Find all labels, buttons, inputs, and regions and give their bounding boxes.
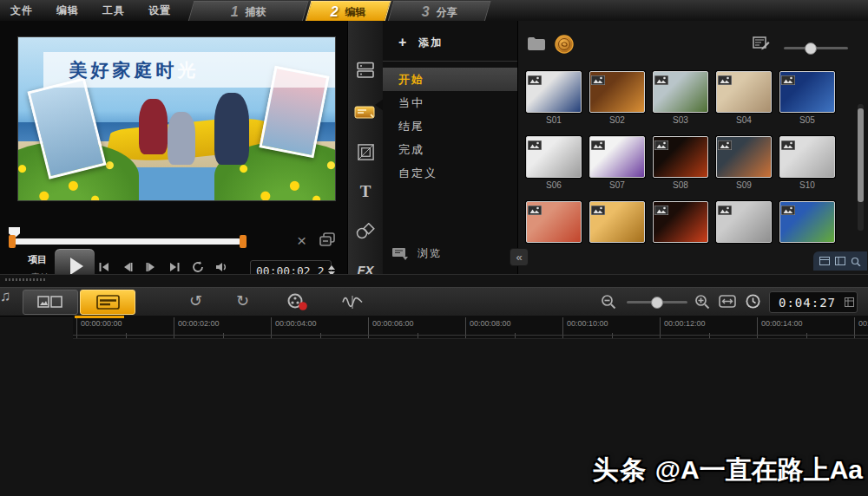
- smart-guide-icon[interactable]: [753, 36, 770, 56]
- menu-item[interactable]: 工具: [102, 3, 125, 18]
- menu-item[interactable]: 设置: [148, 3, 171, 18]
- photo-badge-icon: [654, 73, 668, 88]
- redo-button[interactable]: ↻: [236, 291, 249, 310]
- photo-badge-icon: [528, 203, 542, 219]
- add-button[interactable]: + 添加: [383, 31, 517, 54]
- ruler-tick-label: 00:00:04:00: [275, 319, 317, 328]
- thumbnail-S07[interactable]: S07: [589, 136, 645, 178]
- category-item[interactable]: 当中: [383, 91, 517, 114]
- photo-badge-icon: [591, 73, 605, 88]
- step-number: 3: [421, 4, 429, 20]
- cut-clip-icon[interactable]: ×: [297, 232, 306, 249]
- enlarge-preview-icon[interactable]: [319, 232, 336, 251]
- browse-button[interactable]: 浏览: [391, 246, 442, 261]
- timeline-toolbar: ↺ ↻ ♫ 0:04:2: [0, 287, 868, 317]
- thumbnail-row3-4[interactable]: [716, 201, 772, 243]
- thumbnail-gallery-panel: S01 S02 S03 S04 S05 S06 S07 S08: [518, 21, 868, 274]
- thumbnail-label: S10: [779, 180, 835, 190]
- media-library-icon[interactable]: [348, 55, 383, 85]
- timeline-view-button[interactable]: [80, 290, 135, 315]
- thumbnail-S08[interactable]: S08: [653, 136, 708, 178]
- fit-project-button[interactable]: [719, 295, 736, 311]
- panel-title-dots: [5, 278, 45, 281]
- thumbnail-label: S04: [716, 115, 772, 125]
- workflow-step-tab[interactable]: 1 捕获: [188, 1, 309, 22]
- zoom-pane-icon[interactable]: [851, 257, 861, 266]
- category-item[interactable]: 完成: [383, 138, 517, 161]
- photo-badge-icon: [528, 73, 542, 88]
- duration-clock-icon[interactable]: [745, 293, 761, 313]
- preview-video[interactable]: 美好家庭时 光: [17, 36, 336, 201]
- project-duration-display[interactable]: 0:04:27: [769, 291, 858, 313]
- workflow-step-tab[interactable]: 3 分享: [388, 1, 491, 22]
- timeline-view-icon: [96, 295, 120, 310]
- browse-label: 浏览: [418, 246, 442, 261]
- collapse-panel-button[interactable]: «: [510, 248, 529, 266]
- gallery-scrollbar[interactable]: [858, 104, 864, 231]
- zoom-out-button[interactable]: [601, 294, 616, 313]
- thumbnail-S03[interactable]: S03: [653, 71, 708, 113]
- scrub-track[interactable]: [14, 238, 241, 245]
- thumbnail-S05[interactable]: S05: [779, 71, 835, 113]
- preview-title-text: 美好家庭时: [69, 58, 177, 82]
- thumbnail-row3-1[interactable]: [526, 201, 582, 243]
- thumbnail-row3-2[interactable]: [589, 201, 645, 243]
- record-capture-button[interactable]: [286, 293, 308, 315]
- ruler-tick-label: 00:00:02:00: [178, 319, 220, 328]
- library-nav-bar: T FX: [347, 21, 384, 274]
- transition-icon[interactable]: [348, 137, 383, 166]
- timeline-zoom-knob[interactable]: [651, 297, 663, 309]
- thumbnail-S09[interactable]: S09: [716, 136, 772, 178]
- thumbnail-S10[interactable]: S10: [779, 136, 835, 178]
- selected-range-bar: [75, 316, 124, 318]
- thumbnail-S01[interactable]: S01: [526, 71, 582, 113]
- category-item[interactable]: 自定义: [383, 161, 517, 185]
- ruler-tick-label: 00:00:00:00: [81, 319, 122, 328]
- scrollbar-thumb[interactable]: [858, 108, 864, 202]
- project-mode-label[interactable]: 项目: [28, 253, 47, 266]
- sound-mixer-button[interactable]: [342, 295, 363, 313]
- thumbnail-S04[interactable]: S04: [716, 71, 772, 113]
- spin-up-icon[interactable]: [328, 265, 335, 270]
- options-pane-icon[interactable]: [835, 257, 845, 265]
- title-library-icon[interactable]: T: [348, 177, 383, 206]
- menu-item[interactable]: 编辑: [56, 3, 79, 18]
- zoom-in-button[interactable]: [694, 294, 710, 313]
- thumbnail-size-slider[interactable]: [784, 47, 848, 49]
- play-icon: [70, 258, 83, 275]
- thumbnail-row3-3[interactable]: [653, 201, 708, 243]
- folder-icon[interactable]: [527, 36, 546, 55]
- duration-edit-icon: [845, 295, 854, 310]
- gallery-pane-icon[interactable]: [819, 257, 830, 265]
- photo-badge-icon: [781, 203, 795, 219]
- graphic-library-icon[interactable]: [348, 217, 383, 246]
- preview-person-3: [214, 93, 249, 165]
- photo-badge-icon: [591, 203, 605, 219]
- thumbnail-row3-5[interactable]: [779, 201, 835, 243]
- thumbnail-label: S03: [653, 115, 708, 125]
- thumbnail-label: S08: [653, 180, 708, 190]
- workflow-step-tab[interactable]: 2 编辑: [306, 1, 391, 22]
- timeline-zoom-slider[interactable]: [627, 301, 687, 303]
- plus-icon: +: [398, 35, 406, 50]
- category-item[interactable]: 结尾: [383, 114, 517, 138]
- category-label: 开始: [398, 72, 424, 88]
- browse-icon: [391, 247, 409, 261]
- thumbnail-S06[interactable]: S06: [526, 136, 582, 178]
- trim-end-handle[interactable]: [240, 235, 247, 248]
- photo-badge-icon: [781, 138, 795, 153]
- storyboard-view-button[interactable]: [23, 290, 78, 315]
- preview-panel: 美好家庭时 光 × 项目 素材: [0, 21, 347, 274]
- thumbnail-S02[interactable]: S02: [589, 71, 645, 113]
- panel-toggle-buttons[interactable]: [813, 251, 867, 271]
- photo-badge-icon: [654, 138, 668, 153]
- divider: [383, 61, 517, 62]
- menu: 文件编辑工具设置: [10, 0, 171, 21]
- category-item[interactable]: 开始: [383, 68, 517, 91]
- slider-knob[interactable]: [805, 42, 817, 55]
- trim-start-handle[interactable]: [9, 235, 16, 248]
- menu-item[interactable]: 文件: [10, 3, 33, 18]
- storyboard-icon: [37, 295, 63, 310]
- get-more-content-icon[interactable]: [555, 35, 574, 57]
- undo-button[interactable]: ↺: [189, 291, 202, 310]
